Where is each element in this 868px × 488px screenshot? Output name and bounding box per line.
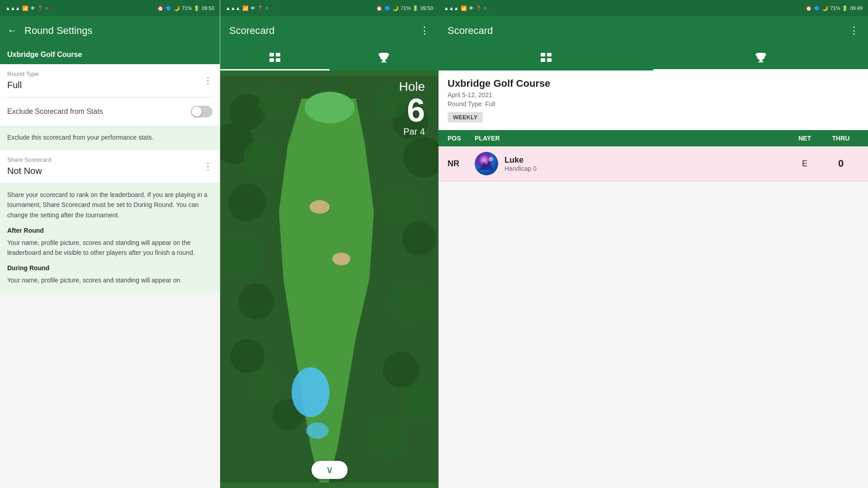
player-net: E <box>787 159 823 169</box>
round-settings-header: ← Round Settings <box>0 16 220 45</box>
round-type-label-group: Round Type Full <box>7 70 39 90</box>
svg-point-16 <box>402 221 436 256</box>
scorecard-menu-button-3[interactable]: ⋮ <box>849 25 859 37</box>
weekly-badge: WEEKLY <box>448 112 483 122</box>
round-type-label: Round Type <box>7 70 39 77</box>
col-header-thru: THRU <box>823 135 859 142</box>
svg-point-25 <box>368 418 406 456</box>
time-1: 09:50 <box>202 5 214 11</box>
moon-icon-2: 🌙 <box>392 5 399 11</box>
svg-point-22 <box>383 352 419 388</box>
svg-point-10 <box>244 140 278 174</box>
circle-icon-3: ○ <box>484 5 487 11</box>
share-scorecard-menu-button[interactable]: ⋮ <box>203 161 212 172</box>
pin-icon: 📍 <box>37 5 43 11</box>
player-row: NR <box>439 146 868 181</box>
eye-icon-2: 👁 <box>250 5 255 11</box>
svg-point-29 <box>292 367 330 417</box>
svg-rect-0 <box>269 53 274 56</box>
share-scorecard-info: Share your scorecard to rank on the lead… <box>0 183 220 292</box>
scorecard-map-panel: ▲▲▲ 📶 👁 📍 ○ 📞 ⏰ 🔷 🌙 71% 🔋 09:50 Scorecar… <box>220 0 439 488</box>
svg-point-39 <box>489 157 493 161</box>
back-button[interactable]: ← <box>7 25 17 37</box>
round-type-menu-button[interactable]: ⋮ <box>203 75 212 86</box>
svg-rect-3 <box>276 58 280 62</box>
moon-icon: 🌙 <box>174 5 180 11</box>
scorecard-menu-button-2[interactable]: ⋮ <box>420 25 429 37</box>
status-icons-right: ⏰ 🔷 🌙 71% 🔋 09:50 <box>157 5 214 11</box>
status-icons-right-3: ⏰ 🔷 🌙 71% 🔋 09:49 <box>806 5 863 11</box>
round-settings-panel: ▲▲▲ 📶 👁 📍 ○ 📞 ⏰ 🔷 🌙 71% 🔋 09:50 ← Round … <box>0 0 220 488</box>
pin-icon-2: 📍 <box>257 5 264 11</box>
course-name-header: Uxbridge Golf Course <box>0 45 220 64</box>
svg-rect-32 <box>547 53 552 56</box>
alarm-icon: ⏰ <box>157 5 164 11</box>
circle-icon-2: ○ <box>265 5 269 11</box>
exclude-stats-label: Exclude Scorecard from Stats <box>7 108 103 116</box>
tab-bar-3 <box>439 45 868 70</box>
bluetooth-icon-3: 🔷 <box>814 5 820 11</box>
during-round-text: Your name, profile picture, scores and s… <box>7 277 180 284</box>
avatar-image <box>475 152 498 175</box>
battery-level-3: 71% <box>830 5 840 11</box>
svg-point-30 <box>306 422 329 439</box>
alarm-icon-3: ⏰ <box>806 5 812 11</box>
trophy-icon-3 <box>755 51 767 64</box>
golf-course-map: Hole 6 Par 4 ∨ <box>220 70 439 488</box>
chevron-down-button[interactable]: ∨ <box>311 461 348 479</box>
signal-icon-3: ▲▲▲ <box>444 5 459 11</box>
tab-leaderboard-3[interactable] <box>653 45 868 70</box>
chevron-down-icon: ∨ <box>326 464 333 476</box>
share-scorecard-value: Not Now <box>7 166 52 176</box>
svg-rect-34 <box>547 58 552 62</box>
par-label: Par 4 <box>399 127 425 137</box>
signal-icon: ▲▲▲ <box>5 5 20 11</box>
svg-rect-31 <box>541 53 545 56</box>
grid-icon <box>269 52 281 63</box>
round-type-section: Round Type Full ⋮ <box>0 64 220 97</box>
settings-content: Round Type Full ⋮ Exclude Scorecard from… <box>0 64 220 488</box>
scorecard-header-2: Scorecard ⋮ <box>220 16 439 45</box>
eye-icon-3: 👁 <box>469 5 474 11</box>
eye-icon: 👁 <box>30 5 35 11</box>
avatar <box>475 152 498 175</box>
tab-bar-2 <box>220 45 439 70</box>
phone-icon-2: 📞 <box>270 5 276 11</box>
status-icons-left: ▲▲▲ 📶 👁 📍 ○ 📞 <box>5 5 56 11</box>
hole-info: Hole 6 Par 4 <box>399 80 425 137</box>
hole-number: 6 <box>399 94 425 127</box>
after-round-title: After Round <box>7 225 212 235</box>
svg-point-37 <box>475 152 498 175</box>
battery-level-2: 71% <box>401 5 410 11</box>
tab-scorecard-2[interactable] <box>220 45 330 70</box>
svg-rect-33 <box>541 58 545 62</box>
exclude-stats-row: Exclude Scorecard from Stats <box>0 98 220 126</box>
pin-icon-3: 📍 <box>476 5 482 11</box>
scorecard-leaderboard-panel: ▲▲▲ 📶 👁 📍 ○ 📞 ⏰ 🔷 🌙 71% 🔋 09:49 Scorecar… <box>439 0 868 488</box>
signal-icon-2: ▲▲▲ <box>226 5 241 11</box>
status-icons-left-3: ▲▲▲ 📶 👁 📍 ○ 📞 <box>444 5 495 11</box>
player-thru: 0 <box>823 158 859 169</box>
col-header-net: NET <box>787 135 823 142</box>
scorecard-header-3: Scorecard ⋮ <box>439 16 868 45</box>
leaderboard-table-header: POS PLAYER NET THRU <box>439 130 868 146</box>
svg-point-27 <box>310 200 330 214</box>
player-handicap: Handicap 0 <box>505 165 787 172</box>
status-icons-right-2: ⏰ 🔷 🌙 71% 🔋 09:50 <box>376 5 433 11</box>
after-round-text: Your name, profile picture, scores and s… <box>7 239 195 256</box>
share-scorecard-label-group: Share Scorecard Not Now <box>7 156 52 176</box>
bluetooth-icon: 🔷 <box>165 5 172 11</box>
battery-level-1: 71% <box>182 5 192 11</box>
status-icons-left-2: ▲▲▲ 📶 👁 📍 ○ 📞 <box>226 5 276 11</box>
tab-scorecard-3[interactable] <box>439 45 653 70</box>
lb-course-name: Uxbridge Golf Course <box>448 78 859 89</box>
wifi-icon-3: 📶 <box>461 5 467 11</box>
moon-icon-3: 🌙 <box>822 5 828 11</box>
tab-leaderboard-2[interactable] <box>330 45 439 70</box>
svg-point-8 <box>259 87 290 119</box>
svg-rect-2 <box>269 58 274 62</box>
svg-point-19 <box>391 283 429 321</box>
exclude-stats-toggle[interactable] <box>191 106 212 117</box>
battery-icon-2: 🔋 <box>412 5 419 11</box>
status-bar-2: ▲▲▲ 📶 👁 📍 ○ 📞 ⏰ 🔷 🌙 71% 🔋 09:50 <box>220 0 439 16</box>
